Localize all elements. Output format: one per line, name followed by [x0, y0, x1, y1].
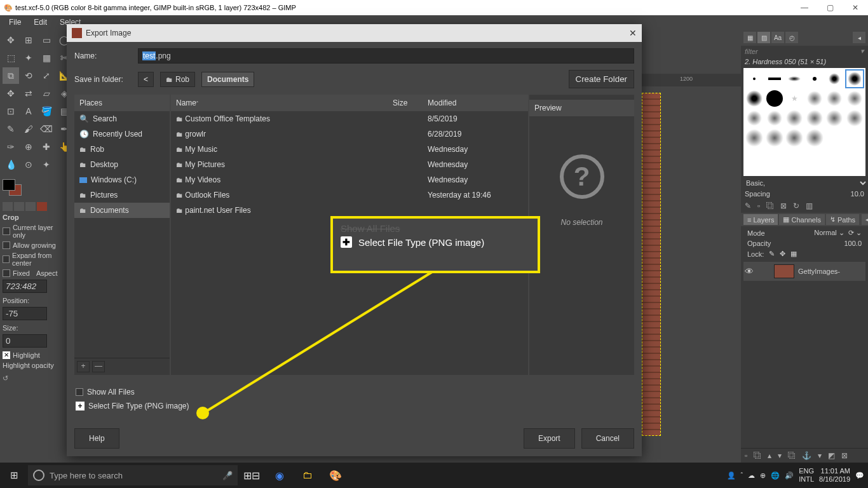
mode-value[interactable]: Normal [814, 229, 836, 236]
brush-item[interactable] [745, 69, 764, 88]
brush-item[interactable] [825, 69, 844, 88]
brush-item[interactable] [805, 69, 825, 88]
layer-row[interactable]: 👁 GettyImages- [743, 262, 865, 281]
anchor-layer-icon[interactable]: ⚓ [802, 451, 811, 460]
dialog-titlebar[interactable]: Export Image ✕ [67, 24, 642, 42]
opacity-value[interactable]: 100.0 [844, 240, 862, 247]
tray-security-icon[interactable]: ⊕ [760, 471, 766, 480]
ratio-input[interactable] [3, 280, 47, 293]
new-layer-icon[interactable]: ▫ [745, 451, 747, 460]
tool-brush[interactable]: 🖌 [20, 121, 37, 137]
tool-rect-select[interactable]: ▭ [38, 32, 55, 48]
menu-file[interactable]: File [3, 17, 27, 28]
tray-up-icon[interactable]: ˆ [741, 471, 743, 479]
tool-ink[interactable]: ✑ [3, 139, 19, 155]
checkbox[interactable] [3, 241, 10, 249]
brush-item[interactable] [825, 109, 844, 128]
taskbar-search[interactable]: Type here to search 🎤 [28, 465, 238, 485]
path-back-button[interactable]: < [138, 72, 154, 87]
file-row[interactable]: 🖿 growlr6/28/2019 [171, 126, 528, 142]
tab-brushes-icon[interactable]: ▦ [743, 32, 756, 43]
tab-icon[interactable] [25, 202, 36, 211]
gimp-icon[interactable]: 🎨 [322, 463, 349, 488]
visibility-icon[interactable]: 👁 [745, 266, 754, 276]
place-desktop[interactable]: 🖿Desktop [74, 157, 170, 172]
delete-layer-icon[interactable]: ⊠ [841, 451, 848, 460]
cancel-button[interactable]: Cancel [581, 428, 634, 449]
brush-item[interactable] [765, 69, 785, 88]
place-windows-c[interactable]: Windows (C:) [74, 172, 170, 187]
tray-people-icon[interactable]: 👤 [727, 471, 736, 480]
col-name[interactable]: Nameˆ [176, 98, 393, 107]
tool-scale[interactable]: ⤢ [38, 67, 55, 84]
tool-bucket[interactable]: 🪣 [38, 103, 55, 119]
tab-icon[interactable] [3, 202, 13, 211]
brush-item[interactable] [805, 128, 825, 147]
brush-item[interactable] [745, 109, 764, 128]
path-segment-documents[interactable]: Documents [201, 72, 254, 87]
lower-layer-icon[interactable]: ▾ [778, 451, 782, 460]
tray-notifications-icon[interactable]: 💬 [855, 471, 864, 480]
delete-brush-icon[interactable]: ⊠ [780, 201, 787, 210]
size-input[interactable] [3, 334, 47, 348]
remove-bookmark-button[interactable]: — [92, 361, 105, 372]
layer-thumbnail[interactable] [774, 264, 794, 278]
brush-item[interactable] [765, 128, 785, 147]
show-all-files-checkbox[interactable]: Show All Files [76, 385, 633, 399]
close-button[interactable]: ✕ [843, 3, 868, 12]
select-file-type-expander[interactable]: +Select File Type (PNG image) [76, 399, 633, 413]
place-search[interactable]: 🔍Search [74, 111, 170, 126]
brush-item[interactable] [785, 109, 804, 128]
duplicate-layer-icon[interactable]: ⿻ [788, 451, 796, 460]
tray-volume-icon[interactable]: 🔊 [785, 471, 794, 480]
tool-perspective[interactable]: ▱ [38, 85, 55, 102]
merge-layer-icon[interactable]: ▾ [818, 451, 822, 460]
help-button[interactable]: Help [74, 428, 119, 449]
file-row[interactable]: 🖿 My MusicWednesday [171, 142, 528, 157]
brush-item[interactable]: ★ [785, 89, 804, 108]
place-rob[interactable]: 🖿Rob [74, 142, 170, 157]
places-header[interactable]: Places [74, 95, 170, 111]
chrome-icon[interactable]: ◉ [266, 463, 294, 488]
position-input[interactable] [3, 307, 47, 320]
raise-layer-icon[interactable]: ▴ [768, 451, 771, 460]
place-pictures[interactable]: 🖿Pictures [74, 187, 170, 203]
tab-icon[interactable] [14, 202, 24, 211]
spacing-value[interactable]: 10.0 [851, 190, 864, 198]
tool-fuzzy-select[interactable]: ✦ [20, 50, 37, 66]
tray-lang[interactable]: ENGINTL [799, 467, 814, 484]
brush-preset-select[interactable]: Basic, [741, 177, 868, 189]
checkbox[interactable] [3, 255, 10, 263]
tool-text[interactable]: A [20, 103, 37, 119]
tool-pencil[interactable]: ✎ [3, 121, 19, 137]
tool-dodge[interactable]: ⊙ [20, 156, 37, 173]
brush-item[interactable] [825, 89, 844, 108]
export-button[interactable]: Export [524, 428, 575, 449]
tab-icon[interactable] [37, 202, 47, 211]
add-bookmark-button[interactable]: + [77, 361, 90, 372]
brush-item[interactable] [785, 128, 804, 147]
filter-tags-icon[interactable]: ▾ [860, 47, 864, 55]
brush-item[interactable] [765, 109, 785, 128]
lock-alpha-icon[interactable]: ▦ [790, 250, 797, 258]
tool-clone[interactable]: ⊕ [20, 139, 37, 155]
open-brush-icon[interactable]: ▥ [806, 201, 813, 210]
file-row[interactable]: 🖿 Custom Office Templates8/5/2019 [171, 111, 528, 126]
tool-rotate[interactable]: ⟲ [20, 67, 37, 84]
brush-item[interactable] [765, 89, 785, 108]
brush-item[interactable] [745, 89, 764, 108]
tool-path[interactable]: ✦ [38, 156, 55, 173]
create-folder-button[interactable]: Create Folder [569, 70, 635, 88]
tool-heal[interactable]: ✚ [38, 139, 55, 155]
fg-color[interactable] [3, 179, 15, 191]
brush-item[interactable] [845, 89, 865, 108]
minimize-button[interactable]: — [792, 3, 817, 12]
checkbox[interactable] [3, 227, 10, 235]
task-view-icon[interactable]: ⊞⊟ [238, 463, 266, 488]
explorer-icon[interactable]: 🗀 [294, 463, 322, 488]
tool-blur[interactable]: 💧 [3, 156, 19, 173]
tray-onedrive-icon[interactable]: ☁ [748, 471, 755, 480]
edit-brush-icon[interactable]: ✎ [745, 201, 751, 210]
tab-paths[interactable]: ↯Paths [826, 214, 859, 225]
tab-layers[interactable]: ≡Layers [743, 214, 778, 225]
